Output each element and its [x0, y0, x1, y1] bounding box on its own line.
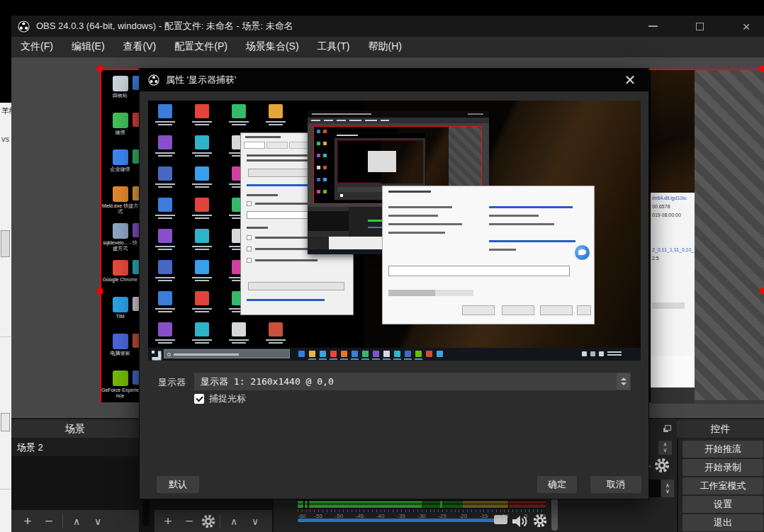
maximize-icon [696, 23, 704, 30]
move-source-up-button[interactable]: ∧ [223, 511, 245, 532]
captured-icon-cut [133, 223, 139, 237]
source-properties-gear-icon[interactable] [200, 513, 217, 530]
captured-icon-label: 微信 [101, 130, 139, 135]
captured-icon-label: GeForce Experience [101, 387, 139, 399]
minimize-icon [648, 26, 658, 27]
add-source-button[interactable]: + [157, 511, 179, 532]
preview-taskbar-icon [320, 351, 326, 357]
remove-scene-button[interactable]: − [38, 511, 60, 532]
source-handle-top-right[interactable] [760, 66, 764, 72]
cancel-button[interactable]: 取消 [590, 476, 641, 493]
spinner-up-icon [621, 378, 627, 380]
captured-icon-label: sqldevelo... - 快捷方式 [101, 240, 139, 251]
meter-segment [509, 501, 546, 504]
close-icon: × [742, 20, 750, 33]
defaults-button[interactable]: 默认 [157, 476, 199, 493]
transition-gear-icon[interactable] [653, 456, 671, 475]
menu-item-3[interactable]: 查看(V) [114, 37, 166, 57]
controls-button-3[interactable]: 工作室模式 [682, 477, 763, 494]
captured-desktop-edge [651, 387, 695, 404]
controls-button-1[interactable]: 开始推流 [682, 441, 763, 458]
preview-icon-label [158, 311, 172, 312]
menu-item-7[interactable]: 帮助(H) [359, 37, 410, 57]
preview-desktop-icon [158, 198, 172, 212]
move-source-down-button[interactable]: ∨ [245, 511, 266, 532]
source-handle-top-left[interactable] [97, 66, 103, 72]
preview-desktop-icon [158, 166, 172, 181]
captured-icon-cut [133, 370, 139, 385]
speaker-icon[interactable] [511, 514, 529, 528]
preview-icon-label [155, 215, 175, 216]
controls-button-5[interactable]: 退出 [682, 514, 763, 531]
preview-icon-label [192, 152, 212, 154]
scenes-toolbar: + − ∧ ∨ [11, 510, 139, 532]
capture-preview [148, 101, 641, 361]
nested-icon-dot [317, 166, 320, 169]
duration-spinner[interactable]: ∧∨ [661, 480, 674, 497]
captured-icon-glyph [113, 149, 128, 165]
mixer-gear-icon[interactable] [532, 512, 549, 529]
scene-list-item[interactable]: 场景 2 [11, 438, 139, 456]
captured-icon-glyph [113, 370, 128, 386]
dialog-close-button[interactable]: ✕ [622, 72, 639, 89]
maximize-button[interactable] [692, 18, 707, 34]
meter-segment [463, 504, 508, 508]
preview-icon-label [158, 217, 172, 219]
minimize-button[interactable] [645, 18, 661, 34]
volume-slider[interactable] [298, 519, 496, 522]
preview-icon-label [195, 280, 209, 281]
taskbar-running-indicator [404, 358, 412, 360]
preview-taskbar-icon [394, 351, 400, 357]
preview-taskbar-icon [309, 351, 315, 357]
background-text-fragment: vs [1, 135, 11, 143]
preview-desktop-icon [195, 291, 209, 305]
mixer-scrollbar[interactable] [551, 497, 558, 531]
preview-desktop-icon [195, 166, 209, 181]
preview-icon-label [195, 311, 209, 312]
preview-icon-label [195, 342, 209, 344]
controls-button-4[interactable]: 设置 [682, 496, 763, 513]
source-handle-mid-right[interactable] [760, 288, 764, 294]
close-button[interactable]: × [738, 18, 754, 34]
dialog-title: 属性 '显示器捕获' [166, 74, 237, 86]
dialog-titlebar[interactable]: 属性 '显示器捕获' ✕ [140, 69, 648, 91]
menu-item-6[interactable]: 工具(T) [308, 37, 359, 57]
preview-taskbar [148, 348, 641, 361]
preview-icon-label [232, 342, 246, 344]
preview-icon-label [155, 308, 175, 310]
spinner-down-icon [621, 383, 627, 385]
menu-item-4[interactable]: 配置文件(P) [165, 37, 237, 57]
meter-segment [298, 501, 422, 504]
preview-taskbar-icon [373, 351, 379, 357]
controls-button-2[interactable]: 开始录制 [682, 459, 763, 476]
captured-icon-label: Meld.exe 快捷方式 [101, 203, 139, 215]
captured-icon-cut [133, 76, 139, 90]
ok-button[interactable]: 确定 [537, 476, 577, 493]
captured-icon-cut [133, 113, 139, 127]
preview-icon-label [158, 342, 172, 344]
move-scene-up-button[interactable]: ∧ [66, 511, 87, 532]
menu-item-1[interactable]: 文件(F) [11, 37, 62, 57]
menu-item-2[interactable]: 编辑(E) [62, 37, 114, 57]
combo-spinner[interactable] [617, 373, 630, 390]
panel-float-icon[interactable] [665, 425, 671, 431]
captured-icon-cut [133, 186, 139, 200]
preview-desktop-icon [158, 260, 172, 274]
menu-item-5[interactable]: 场景集合(S) [237, 37, 308, 57]
preview-desktop-icon [232, 104, 246, 118]
meter-notch [308, 501, 309, 508]
preview-desktop-icon [158, 135, 172, 149]
volume-slider-handle[interactable] [494, 515, 507, 524]
canvas-edge [695, 400, 764, 404]
obs-titlebar[interactable]: OBS 24.0.3 (64-bit, windows) - 配置文件: 未命名… [11, 16, 764, 37]
capture-cursor-checkbox[interactable] [194, 394, 204, 404]
display-select-value: 显示器 1: 2160x1440 @ 0,0 [201, 375, 334, 388]
preview-taskbar-icon [352, 351, 358, 357]
transition-combo-spinner[interactable]: ∧∨ [658, 441, 672, 455]
preview-desktop-icon [195, 135, 209, 149]
add-scene-button[interactable]: + [17, 511, 38, 532]
move-scene-down-button[interactable]: ∨ [87, 511, 108, 532]
remove-source-button[interactable]: − [179, 511, 200, 532]
source-handle-mid-left[interactable] [97, 288, 103, 294]
display-select-combo[interactable]: 显示器 1: 2160x1440 @ 0,0 [194, 373, 631, 390]
